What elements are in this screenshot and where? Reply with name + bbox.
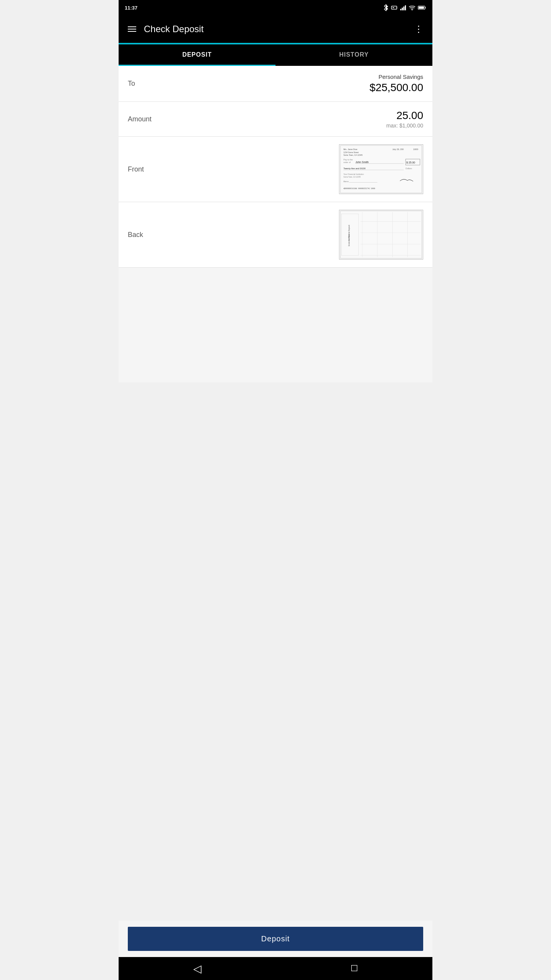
- amount-label: Amount: [128, 115, 152, 123]
- svg-text:Dollars: Dollars: [406, 167, 412, 170]
- battery-icon: [418, 5, 426, 10]
- svg-text:Your Financial Institution: Your Financial Institution: [344, 173, 364, 175]
- account-name: Personal Savings: [370, 74, 423, 80]
- menu-button[interactable]: [125, 23, 139, 35]
- svg-text:Ms. Jane Doe: Ms. Jane Doe: [344, 148, 358, 150]
- svg-text:order of: order of: [344, 161, 351, 163]
- check-back-svg: For Mobile Deposit Endorse Here: [339, 210, 423, 259]
- account-info[interactable]: Personal Savings $25,500.00: [370, 74, 423, 94]
- tab-deposit[interactable]: DEPOSIT: [119, 44, 276, 66]
- status-right: [383, 4, 426, 11]
- status-time: 11:37: [125, 5, 137, 11]
- app-title: Check Deposit: [144, 24, 411, 34]
- app-bar: Check Deposit ⋮: [119, 15, 432, 43]
- back-check-image[interactable]: For Mobile Deposit Endorse Here: [339, 210, 423, 260]
- back-row: Back For Mobile Deposit Endorse Here: [119, 202, 432, 268]
- battery-minus-icon: [391, 5, 398, 10]
- check-front-svg: Ms. Jane Doe 1234 Some Street Some Town,…: [339, 145, 423, 194]
- account-balance: $25,500.00: [370, 82, 423, 94]
- amount-info[interactable]: 25.00 max: $1,000.00: [386, 109, 423, 129]
- svg-text:Memo: Memo: [344, 181, 349, 183]
- tab-bar: DEPOSIT HISTORY: [119, 44, 432, 66]
- svg-rect-7: [403, 7, 404, 10]
- svg-text:Pay to the: Pay to the: [344, 158, 353, 161]
- svg-text:Some Town, CA 12345: Some Town, CA 12345: [344, 176, 361, 178]
- svg-text:Some Town, CA 12345: Some Town, CA 12345: [344, 154, 363, 156]
- svg-rect-6: [402, 8, 403, 10]
- svg-text:⑆0000001616⑆  000003527⑆  1000: ⑆0000001616⑆ 000003527⑆ 1000: [344, 187, 375, 189]
- amount-max: max: $1,000.00: [386, 122, 423, 129]
- signal-icon: [400, 5, 406, 10]
- svg-text:Endorse Here: Endorse Here: [348, 234, 350, 246]
- amount-row: Amount 25.00 max: $1,000.00: [119, 102, 432, 137]
- front-label: Front: [128, 165, 144, 173]
- form-content: To Personal Savings $25,500.00 Amount 25…: [119, 66, 432, 382]
- front-check-image[interactable]: Ms. Jane Doe 1234 Some Street Some Town,…: [339, 144, 423, 194]
- svg-rect-11: [419, 7, 424, 9]
- svg-text:July 29, 200: July 29, 200: [393, 148, 404, 150]
- svg-text:John Smith: John Smith: [355, 161, 369, 163]
- front-row: Front Ms. Jane Doe 1234 Some Street Some…: [119, 137, 432, 202]
- tab-history[interactable]: HISTORY: [276, 44, 432, 66]
- wifi-icon: [409, 5, 416, 10]
- status-bar: 11:37: [119, 0, 432, 15]
- svg-text:1234 Some Street: 1234 Some Street: [344, 152, 359, 154]
- svg-text:Twenty-five and 0/100: Twenty-five and 0/100: [344, 167, 366, 170]
- more-icon: ⋮: [414, 24, 423, 34]
- to-row: To Personal Savings $25,500.00: [119, 66, 432, 102]
- svg-text:1000: 1000: [413, 148, 419, 150]
- back-label: Back: [128, 231, 143, 239]
- bluetooth-icon: [383, 4, 389, 11]
- more-options-button[interactable]: ⋮: [411, 21, 426, 38]
- status-left: 11:37: [125, 5, 137, 11]
- svg-point-9: [412, 10, 412, 10]
- svg-rect-8: [405, 5, 406, 10]
- hamburger-icon: [128, 26, 136, 32]
- amount-value: 25.00: [386, 109, 423, 122]
- svg-rect-33: [340, 210, 423, 259]
- svg-rect-5: [400, 9, 401, 10]
- svg-text:$ 25.00: $ 25.00: [406, 161, 415, 164]
- content-spacer: [119, 268, 432, 382]
- to-label: To: [128, 80, 135, 88]
